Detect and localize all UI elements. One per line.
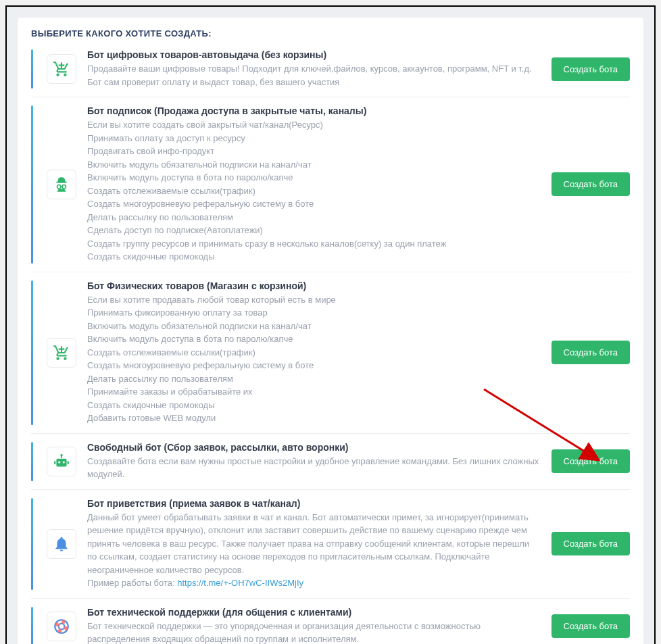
- item-description: Если вы хотите создать свой закрытый чат…: [87, 118, 541, 264]
- description-line: Создать отслеживаемые ссылки(трафик): [87, 184, 541, 198]
- bot-type-panel: ВЫБЕРИТЕ КАКОГО ХОТИТЕ СОЗДАТЬ: Бот цифр…: [18, 18, 643, 644]
- description-line: Делать рассылку по пользователям: [87, 211, 541, 224]
- bot-type-item: Бот цифровых товаров-автовыдача (без кор…: [31, 47, 630, 97]
- spy-icon: [47, 170, 76, 199]
- description-line: Принимать фиксированную оплату за товар: [87, 306, 541, 320]
- description-line: Бот технической поддержки — это упорядоч…: [87, 620, 541, 645]
- item-description: Данный бот умеет обрабатывать заявки в ч…: [87, 511, 541, 590]
- accent-bar: [31, 498, 33, 590]
- cart-icon: [47, 54, 76, 84]
- svg-point-0: [57, 184, 61, 188]
- description-line: Принимайте заказы и обрабатывайте их: [87, 385, 541, 399]
- create-bot-button[interactable]: Создать бота: [552, 449, 630, 473]
- bot-type-item: Бот приветствия (приема заявок в чат/кан…: [31, 489, 630, 598]
- accent-bar: [31, 607, 33, 645]
- item-description: Бот технической поддержки — это упорядоч…: [87, 620, 541, 645]
- item-description: Продавайте ваши цифровые товары! Подходи…: [87, 62, 541, 89]
- item-content: Бот приветствия (приема заявок в чат/кан…: [87, 498, 541, 590]
- item-description: Создавайте бота если вам нужны простые н…: [87, 455, 541, 481]
- item-title: Свободный бот (Сбор заявок, рассылки, ав…: [87, 442, 541, 453]
- item-title: Бот технической поддержки (для общения с…: [87, 607, 541, 618]
- example-line: Пример работы бота: https://t.me/+-OH7wC…: [87, 576, 541, 590]
- description-line: Включить модуль доступа в бота по паролю…: [87, 332, 541, 346]
- svg-point-1: [62, 184, 66, 188]
- item-title: Бот приветствия (приема заявок в чат/кан…: [87, 498, 541, 509]
- accent-bar: [31, 49, 33, 89]
- description-line: Создавайте бота если вам нужны простые н…: [87, 455, 541, 481]
- create-bot-button[interactable]: Создать бота: [552, 57, 630, 81]
- description-line: Создать отслеживаемые ссылки(трафик): [87, 346, 541, 360]
- svg-point-10: [59, 623, 65, 629]
- item-content: Бот технической поддержки (для общения с…: [87, 607, 541, 645]
- svg-rect-2: [56, 458, 66, 466]
- description-line: Создать многоуровневую реферальную систе…: [87, 359, 541, 372]
- description-line: Если вы хотите создать свой закрытый чат…: [87, 118, 541, 132]
- item-content: Бот подписок (Продажа доступа в закрытые…: [87, 105, 541, 264]
- bell-icon: [47, 529, 76, 559]
- item-title: Бот подписок (Продажа доступа в закрытые…: [87, 105, 541, 116]
- description-line: Включить модуль обязательной подписки на…: [87, 320, 541, 333]
- cart-icon: [47, 338, 76, 368]
- description-line: Создать многоуровневую реферальную систе…: [87, 197, 541, 211]
- bot-type-item: Бот подписок (Продажа доступа в закрытые…: [31, 97, 630, 272]
- example-link[interactable]: https://t.me/+-OH7wC-IIWs2MjIy: [177, 578, 303, 588]
- item-content: Бот цифровых товаров-автовыдача (без кор…: [87, 49, 541, 89]
- create-bot-button[interactable]: Создать бота: [552, 614, 630, 638]
- svg-point-6: [60, 453, 62, 455]
- description-line: Добавить готовые WEB модули: [87, 412, 541, 425]
- item-title: Бот цифровых товаров-автовыдача (без кор…: [87, 49, 541, 60]
- robot-icon: [47, 447, 76, 476]
- description-line: Продавайте ваши цифровые товары! Подходи…: [87, 62, 541, 89]
- description-line: Принимать оплату за доступ к ресурсу: [87, 132, 541, 145]
- accent-bar: [31, 105, 33, 264]
- bot-type-item: Бот Физических товаров (Магазин с корзин…: [31, 272, 630, 433]
- description-line: Делать рассылку по пользователям: [87, 372, 541, 386]
- create-bot-button[interactable]: Создать бота: [552, 532, 630, 555]
- svg-point-4: [63, 461, 65, 463]
- item-title: Бот Физических товаров (Магазин с корзин…: [87, 280, 541, 291]
- svg-point-3: [58, 461, 60, 463]
- bot-type-item: Свободный бот (Сбор заявок, рассылки, ав…: [31, 433, 630, 489]
- description-line: Создать скидочные промокоды: [87, 399, 541, 412]
- accent-bar: [31, 442, 33, 481]
- link-prefix: Пример работы бота:: [87, 578, 177, 588]
- svg-rect-7: [54, 460, 55, 464]
- create-bot-button[interactable]: Создать бота: [552, 172, 630, 196]
- description-line: Создать группу ресурсов и принимать сраз…: [87, 237, 541, 251]
- description-line: Сделать доступ по подписке(Автоплатежи): [87, 224, 541, 237]
- accent-bar: [31, 280, 33, 425]
- panel-heading: ВЫБЕРИТЕ КАКОГО ХОТИТЕ СОЗДАТЬ:: [31, 28, 630, 39]
- lifebuoy-icon: [47, 612, 76, 641]
- svg-rect-8: [68, 460, 69, 464]
- description-line: Если вы хотите продавать любой товар кот…: [87, 293, 541, 307]
- description-line: Включить модуль доступа в бота по паролю…: [87, 171, 541, 184]
- item-description: Если вы хотите продавать любой товар кот…: [87, 293, 541, 425]
- description-line: Данный бот умеет обрабатывать заявки в ч…: [87, 511, 541, 577]
- item-content: Свободный бот (Сбор заявок, рассылки, ав…: [87, 442, 541, 481]
- description-line: Включить модуль обязательной подписки на…: [87, 158, 541, 172]
- create-bot-button[interactable]: Создать бота: [552, 341, 630, 364]
- bot-type-item: Бот технической поддержки (для общения с…: [31, 598, 630, 645]
- description-line: Продвигать свой инфо-продукт: [87, 145, 541, 158]
- item-content: Бот Физических товаров (Магазин с корзин…: [87, 280, 541, 425]
- description-line: Создать скидочные промокоды: [87, 250, 541, 264]
